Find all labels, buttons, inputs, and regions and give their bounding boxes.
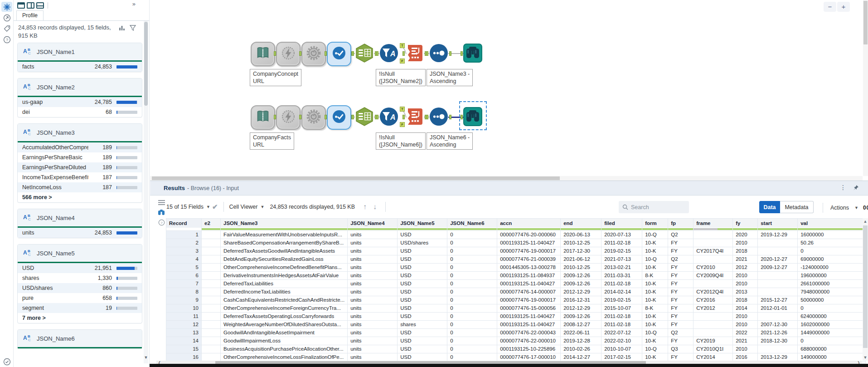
field-card-header[interactable]: ABCJSON_Name3 <box>18 124 142 141</box>
share-icon[interactable] <box>1 13 12 23</box>
more-values-link[interactable]: 566 more > <box>18 192 142 202</box>
cell-viewer-selector[interactable]: Cell Viewer <box>229 204 258 210</box>
data-cell[interactable]: 10-K <box>642 312 668 320</box>
record-number-cell[interactable]: 11 <box>166 312 202 320</box>
data-cell[interactable]: 10-K <box>642 239 668 247</box>
canvas-vertical-scrollbar[interactable] <box>863 0 868 176</box>
sort-tool[interactable] <box>428 44 449 64</box>
data-cell[interactable]: units <box>348 279 398 288</box>
scroll-up-icon[interactable]: ▲ <box>863 219 868 224</box>
data-cell[interactable]: 2011-02-18 <box>601 312 642 320</box>
data-cell[interactable]: 2011-02-18 <box>601 279 642 288</box>
data-cell[interactable]: FY <box>668 247 693 255</box>
data-cell[interactable]: ShareBasedCompensationArrangementByShare… <box>221 239 348 247</box>
data-cell[interactable]: CY2012 <box>693 304 733 312</box>
data-cell[interactable]: 2012-12-29 <box>561 304 601 312</box>
table-config-icon[interactable] <box>156 197 166 207</box>
data-cell[interactable]: units <box>348 271 398 279</box>
data-cell[interactable]: 0001193125-11-040427 <box>497 239 561 247</box>
data-cell[interactable]: units <box>348 288 398 296</box>
data-cell[interactable]: 2022-02-10 <box>601 337 642 345</box>
record-number-cell[interactable]: 10 <box>166 304 202 312</box>
data-cell[interactable] <box>693 279 733 288</box>
data-cell[interactable]: 688000000 <box>798 345 866 353</box>
data-cell[interactable]: units <box>348 320 398 328</box>
data-cell[interactable]: USD <box>398 271 447 279</box>
data-cell[interactable] <box>693 312 733 320</box>
data-cell[interactable]: USD <box>398 337 447 345</box>
data-cell[interactable]: 2015-12-27 <box>758 296 798 304</box>
actions-button[interactable]: Actions <box>830 205 849 211</box>
data-cell[interactable]: 0001193125-10-225896 <box>497 345 561 353</box>
data-cell[interactable]: units <box>348 345 398 353</box>
data-cell[interactable]: FY <box>668 320 693 328</box>
data-cell[interactable]: CY2014 <box>693 353 733 361</box>
data-cell[interactable]: 2012-12-29 <box>561 288 601 296</box>
data-cell[interactable]: CY2016 <box>693 296 733 304</box>
data-cell[interactable]: 0 <box>447 230 497 239</box>
data-cell[interactable]: 149000000 <box>798 353 866 361</box>
data-cell[interactable]: 0000077476-15-000056 <box>497 304 561 312</box>
formula-tool[interactable] <box>405 44 425 64</box>
zoom-out-button[interactable]: − <box>824 2 836 12</box>
data-cell[interactable]: 10-K <box>642 288 668 296</box>
data-cell[interactable]: Q2 <box>668 328 693 337</box>
kebab-menu-icon[interactable]: ⋮ <box>840 184 846 191</box>
column-header-json_name3[interactable]: JSON_Name3 <box>221 219 348 228</box>
data-cell[interactable]: 2016-12-31 <box>561 296 601 304</box>
data-cell[interactable]: 2010-12-25 <box>561 263 601 271</box>
column-header-form[interactable]: form <box>642 219 668 228</box>
data-cell[interactable]: 2009-12-26 <box>561 312 601 320</box>
data-cell[interactable]: OtherComprehensiveIncomeDefinedBenefitPl… <box>221 263 348 271</box>
scrollbar-thumb[interactable] <box>152 176 560 180</box>
data-cell[interactable]: FY <box>668 312 693 320</box>
data-cell[interactable] <box>202 353 221 361</box>
column-header-accn[interactable]: accn <box>497 219 561 228</box>
data-cell[interactable]: CashCashEquivalentsRestrictedCashAndRest… <box>221 296 348 304</box>
record-number-cell[interactable]: 1 <box>166 230 202 239</box>
apply-check-icon[interactable]: ✔ <box>212 203 218 211</box>
data-cell[interactable]: 2020-07-13 <box>601 230 642 239</box>
field-card-header[interactable]: ABCJSON_Name5 <box>18 245 142 262</box>
record-number-cell[interactable]: 7 <box>166 279 202 288</box>
data-cell[interactable]: USD <box>398 328 447 337</box>
data-cell[interactable] <box>202 255 221 263</box>
data-cell[interactable]: 2010-02-26 <box>561 345 601 353</box>
data-cell[interactable] <box>693 328 733 337</box>
input-anchor[interactable] <box>352 51 354 56</box>
data-cell[interactable] <box>202 263 221 271</box>
sort-tool[interactable] <box>428 107 449 128</box>
data-cell[interactable] <box>202 296 221 304</box>
data-cell[interactable]: 2021 <box>733 255 758 263</box>
data-cell[interactable]: DeferredTaxAssetsGoodwillAndIntangibleAs… <box>221 247 348 255</box>
data-cell[interactable] <box>693 239 733 247</box>
data-cell[interactable]: 2020-06-13 <box>561 230 601 239</box>
data-cell[interactable]: 69000000 <box>798 255 866 263</box>
data-cell[interactable]: 2015-10-07 <box>601 304 642 312</box>
profile-scrollbar[interactable]: ▼ <box>144 21 148 363</box>
data-cell[interactable] <box>202 328 221 337</box>
field-card-header[interactable]: ABCJSON_Name1 <box>18 43 142 60</box>
data-cell[interactable]: 0 <box>447 296 497 304</box>
zoom-in-button[interactable]: + <box>837 2 850 12</box>
tag-icon[interactable] <box>1 24 12 34</box>
canvas-horizontal-scrollbar[interactable] <box>150 176 863 181</box>
data-cell[interactable] <box>202 239 221 247</box>
data-cell[interactable] <box>758 288 798 296</box>
formula-tool[interactable] <box>405 108 425 127</box>
data-cell[interactable]: FY <box>668 279 693 288</box>
record-number-cell[interactable]: 5 <box>166 263 202 271</box>
data-cell[interactable]: 0 <box>447 271 497 279</box>
data-cell[interactable]: 8-K <box>642 304 668 312</box>
data-cell[interactable]: 0001193125-11-040427 <box>497 320 561 328</box>
data-cell[interactable]: 2010 <box>733 345 758 353</box>
data-profile-binoculars-icon[interactable] <box>156 207 166 217</box>
record-number-cell[interactable]: 4 <box>166 255 202 263</box>
data-cell[interactable]: 2020 <box>733 230 758 239</box>
input-anchor[interactable] <box>376 115 378 119</box>
scroll-down-icon[interactable]: ▼ <box>863 355 868 360</box>
input-anchor[interactable] <box>426 115 428 119</box>
data-cell[interactable]: Q2 <box>668 255 693 263</box>
data-cell[interactable]: FY <box>668 353 693 361</box>
data-cell[interactable] <box>202 247 221 255</box>
